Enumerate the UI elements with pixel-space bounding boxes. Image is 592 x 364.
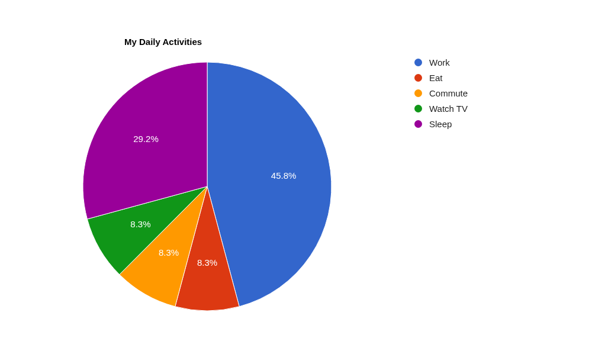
legend-item-work[interactable]: Work <box>414 54 468 70</box>
legend-item-sleep[interactable]: Sleep <box>414 116 468 131</box>
chart-title: My Daily Activities <box>124 37 202 47</box>
legend-swatch-icon <box>414 74 422 82</box>
legend-label: Work <box>429 57 450 67</box>
legend-label: Sleep <box>429 119 452 129</box>
slice-label-work: 45.8% <box>271 170 297 181</box>
pie-chart: 45.8%8.3%8.3%8.3%29.2% <box>80 59 334 314</box>
legend-swatch-icon <box>414 89 422 97</box>
legend-label: Eat <box>429 73 443 83</box>
legend-label: Commute <box>429 88 468 98</box>
legend-item-watch-tv[interactable]: Watch TV <box>414 101 468 116</box>
slice-label-eat: 8.3% <box>197 257 217 268</box>
legend-swatch-icon <box>414 120 422 128</box>
slice-label-sleep: 29.2% <box>133 134 159 144</box>
legend-item-eat[interactable]: Eat <box>414 70 468 85</box>
slice-label-watch-tv: 8.3% <box>130 219 150 229</box>
pie-svg: 45.8%8.3%8.3%8.3%29.2% <box>80 59 334 314</box>
slice-label-commute: 8.3% <box>159 247 179 257</box>
legend: WorkEatCommuteWatch TVSleep <box>414 54 468 131</box>
legend-swatch-icon <box>414 105 422 112</box>
legend-label: Watch TV <box>429 104 468 114</box>
legend-swatch-icon <box>414 59 422 66</box>
legend-item-commute[interactable]: Commute <box>414 85 468 101</box>
chart-stage: My Daily Activities 45.8%8.3%8.3%8.3%29.… <box>0 0 592 364</box>
